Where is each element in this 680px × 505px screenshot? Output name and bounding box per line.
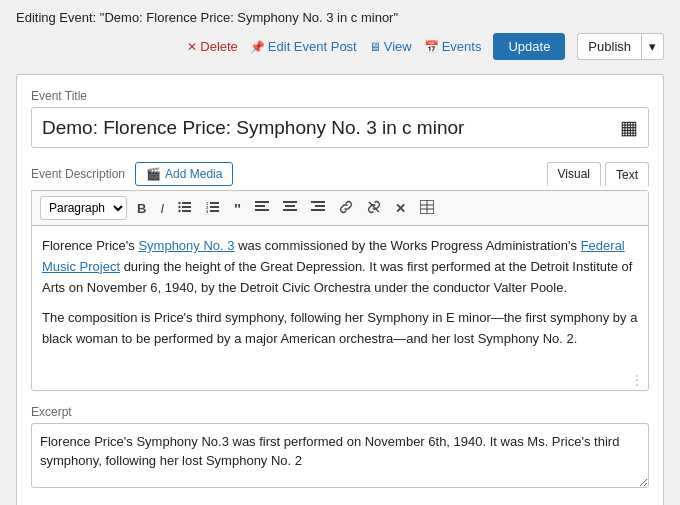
edit-event-post-link[interactable]: 📌 Edit Event Post	[250, 39, 357, 54]
svg-point-4	[178, 205, 180, 207]
add-media-button[interactable]: 🎬 Add Media	[135, 162, 233, 186]
publish-dropdown-arrow[interactable]: ▾	[641, 33, 664, 60]
publish-button[interactable]: Publish	[577, 33, 641, 60]
federal-music-link[interactable]: Federal Music Project	[42, 238, 625, 274]
event-description-section: Event Description 🎬 Add Media Visual Tex…	[31, 162, 649, 391]
calendar-icon: 📅	[424, 40, 439, 54]
delete-link[interactable]: ✕ Delete	[187, 39, 238, 54]
editor-tabs: Visual Text	[547, 162, 649, 186]
svg-rect-0	[182, 202, 191, 204]
ol-button[interactable]: 123	[202, 198, 224, 219]
top-bar-actions: ✕ Delete 📌 Edit Event Post 🖥 View 📅 Even…	[187, 33, 664, 60]
close-icon: ✕	[187, 40, 197, 54]
unlink-button[interactable]	[363, 198, 385, 219]
page-title: Editing Event: "Demo: Florence Price: Sy…	[16, 10, 664, 25]
excerpt-section: Excerpt Florence Price's Symphony No.3 w…	[31, 405, 649, 491]
view-icon: 🖥	[369, 40, 381, 54]
svg-rect-6	[210, 202, 219, 204]
svg-rect-14	[255, 209, 269, 211]
tab-text[interactable]: Text	[605, 162, 649, 186]
event-title-label: Event Title	[31, 89, 649, 103]
remove-format-button[interactable]: ✕	[391, 199, 410, 218]
desc-header: Event Description 🎬 Add Media Visual Tex…	[31, 162, 649, 186]
svg-rect-17	[283, 209, 297, 211]
events-link[interactable]: 📅 Events	[424, 39, 482, 54]
update-button[interactable]: Update	[493, 33, 565, 60]
svg-rect-7	[210, 206, 219, 208]
view-label: View	[384, 39, 412, 54]
event-title-field[interactable]: Demo: Florence Price: Symphony No. 3 in …	[31, 107, 649, 148]
desc-paragraph-1: Florence Price's Symphony No. 3 was comm…	[42, 236, 638, 298]
italic-button[interactable]: I	[156, 199, 168, 218]
svg-rect-18	[311, 201, 325, 203]
bold-button[interactable]: B	[133, 199, 150, 218]
svg-point-3	[178, 201, 180, 203]
edit-post-label: Edit Event Post	[268, 39, 357, 54]
table-button[interactable]	[416, 198, 438, 219]
ul-button[interactable]	[174, 198, 196, 219]
desc-paragraph-2: The composition is Price's third symphon…	[42, 308, 638, 350]
svg-rect-12	[255, 201, 269, 203]
delete-label: Delete	[200, 39, 238, 54]
svg-rect-16	[285, 205, 295, 207]
svg-text:3: 3	[206, 209, 209, 214]
event-title-section: Event Title Demo: Florence Price: Sympho…	[31, 89, 649, 148]
publish-group: Publish ▾	[577, 33, 664, 60]
svg-rect-2	[182, 210, 191, 212]
event-description-label: Event Description	[31, 167, 125, 181]
add-media-label: Add Media	[165, 167, 222, 181]
top-bar: ✕ Delete 📌 Edit Event Post 🖥 View 📅 Even…	[16, 33, 664, 60]
paragraph-select[interactable]: Paragraph	[40, 196, 127, 220]
svg-rect-19	[315, 205, 325, 207]
tab-visual[interactable]: Visual	[547, 162, 601, 186]
align-left-button[interactable]	[251, 199, 273, 218]
svg-rect-15	[283, 201, 297, 203]
main-content: Event Title Demo: Florence Price: Sympho…	[16, 74, 664, 505]
link-button[interactable]	[335, 198, 357, 219]
svg-rect-20	[311, 209, 325, 211]
editor-content[interactable]: Florence Price's Symphony No. 3 was comm…	[32, 226, 648, 370]
symphony-link[interactable]: Symphony No. 3	[138, 238, 234, 253]
editor-toolbar: Paragraph B I 123	[32, 191, 648, 226]
pin-icon: 📌	[250, 40, 265, 54]
title-expand-icon: ▦	[620, 116, 638, 139]
editor-resize-handle[interactable]: ⋮	[32, 370, 648, 390]
svg-rect-13	[255, 205, 265, 207]
align-right-button[interactable]	[307, 199, 329, 218]
svg-rect-8	[210, 210, 219, 212]
svg-rect-1	[182, 206, 191, 208]
view-link[interactable]: 🖥 View	[369, 39, 412, 54]
events-label: Events	[442, 39, 482, 54]
editor-wrapper: Paragraph B I 123	[31, 190, 649, 391]
blockquote-button[interactable]: "	[230, 198, 245, 219]
svg-point-5	[178, 209, 180, 211]
add-media-icon: 🎬	[146, 167, 161, 181]
excerpt-textarea[interactable]: Florence Price's Symphony No.3 was first…	[31, 423, 649, 488]
excerpt-label: Excerpt	[31, 405, 649, 419]
align-center-button[interactable]	[279, 199, 301, 218]
event-title-value: Demo: Florence Price: Symphony No. 3 in …	[42, 117, 464, 139]
